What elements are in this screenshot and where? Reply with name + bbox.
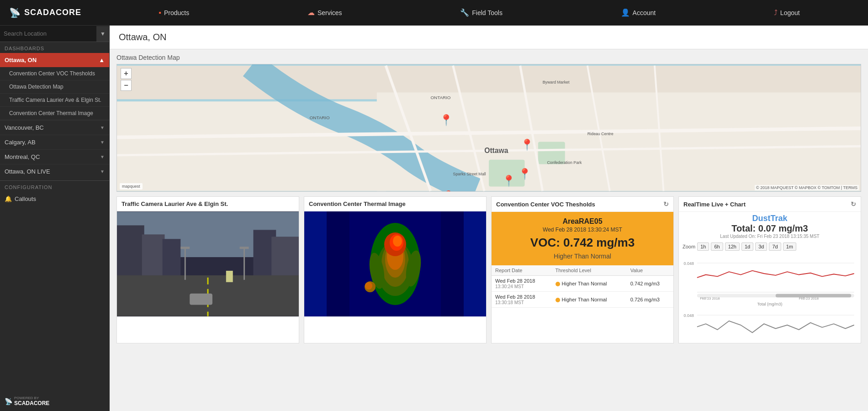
search-bar: ▼ bbox=[0, 26, 109, 42]
svg-text:Sparks Street Mall: Sparks Street Mall bbox=[453, 172, 486, 176]
app-body: ▼ DASHBOARDS Ottawa, ON ▲ Convention Cen… bbox=[0, 26, 868, 411]
voc-header-yellow: AreaRAE05 Wed Feb 28 2018 13:30:24 MST V… bbox=[492, 212, 673, 265]
map-title: Ottawa Detection Map bbox=[116, 54, 861, 61]
main-content: Ottawa, ON Ottawa Detection Map bbox=[110, 26, 868, 411]
config-label: CONFIGURATION bbox=[0, 180, 109, 192]
voc-col-value: Value bbox=[627, 265, 673, 276]
voc-row-date: Wed Feb 28 201813:30:18 MST bbox=[492, 292, 552, 308]
nav-logout-label: Logout bbox=[780, 9, 800, 16]
dashboards-label: DASHBOARDS bbox=[0, 42, 109, 53]
svg-text:ONTARIO: ONTARIO bbox=[310, 115, 330, 120]
nav-fieldtools[interactable]: 🔧 Field Tools bbox=[460, 8, 503, 17]
dusttrak-refresh-icon[interactable]: ↻ bbox=[851, 200, 856, 208]
zoom-1h[interactable]: 1h bbox=[697, 242, 709, 251]
brand-name: SCADACORE bbox=[24, 8, 81, 17]
voc-refresh-icon[interactable]: ↻ bbox=[663, 200, 669, 208]
voc-col-threshold: Threshold Level bbox=[552, 265, 627, 276]
voc-row-value: 0.742 mg/m3 bbox=[627, 276, 673, 292]
zoom-out-button[interactable]: − bbox=[121, 80, 132, 91]
search-dropdown-btn[interactable]: ▼ bbox=[96, 26, 109, 42]
dusttrak-header: DustTrak Total: 0.07 mg/m3 Last Updated … bbox=[679, 212, 861, 241]
nav-products[interactable]: ▪ Products bbox=[159, 8, 189, 17]
svg-rect-24 bbox=[163, 239, 181, 280]
dusttrak-zoom-controls: Zoom 1h 6h 12h 1d 3d 7d 1m bbox=[679, 241, 861, 253]
dusttrak-total: Total: 0.07 mg/m3 bbox=[681, 223, 859, 234]
voc-status: Higher Than Normal bbox=[495, 253, 670, 260]
zoom-6h[interactable]: 6h bbox=[711, 242, 723, 251]
panel-voc-title: Convention Center VOC Thesholds bbox=[496, 201, 595, 208]
sidebar-sub-traffic[interactable]: Traffic Camera Laurier Ave & Elgin St. bbox=[0, 94, 109, 107]
map-pin-red-1: 📍 bbox=[502, 174, 516, 187]
voc-row-threshold: Higher Than Normal bbox=[552, 292, 627, 308]
voc-row-date: Wed Feb 28 201813:30:24 MST bbox=[492, 276, 552, 292]
zoom-1d[interactable]: 1d bbox=[741, 242, 753, 251]
callouts-label: Callouts bbox=[15, 195, 36, 202]
panel-voc-header: Convention Center VOC Thesholds ↻ bbox=[492, 197, 673, 212]
svg-point-44 bbox=[393, 236, 402, 247]
map-logo: mapquest bbox=[120, 183, 143, 190]
powered-by-label: POWERED BY bbox=[14, 396, 49, 400]
voc-row-threshold: Higher Than Normal bbox=[552, 276, 627, 292]
dusttrak-chart-svg-2: 0.048 bbox=[683, 306, 857, 341]
search-input[interactable] bbox=[0, 26, 96, 42]
nav-services-label: Services bbox=[318, 9, 342, 16]
chevron-down-icon: ▼ bbox=[100, 125, 105, 130]
nav-account-label: Account bbox=[633, 9, 656, 16]
panel-dusttrak-title: RealTime Live + Chart bbox=[683, 201, 746, 208]
zoom-7d[interactable]: 7d bbox=[769, 242, 781, 251]
sidebar-sub-thermal[interactable]: Convention Center Thermal Image bbox=[0, 107, 109, 120]
svg-rect-23 bbox=[142, 234, 165, 280]
zoom-in-button[interactable]: + bbox=[121, 68, 132, 79]
map-container[interactable]: Ottawa ONTARIO ONTARIO Byward Market Spa… bbox=[116, 64, 861, 192]
panel-dusttrak-header: RealTime Live + Chart ↻ bbox=[679, 197, 861, 212]
sidebar-item-ottawa-live[interactable]: Ottawa, ON LIVE ▼ bbox=[0, 164, 109, 179]
nav-fieldtools-label: Field Tools bbox=[472, 9, 503, 16]
panel-traffic-cam: Traffic Camera Laurier Ave & Elgin St. bbox=[116, 196, 299, 343]
account-icon: 👤 bbox=[621, 8, 630, 17]
traffic-cam-image bbox=[117, 211, 299, 316]
svg-text:0.048: 0.048 bbox=[684, 261, 694, 266]
nav-account[interactable]: 👤 Account bbox=[621, 8, 656, 17]
table-row: Wed Feb 28 201813:30:24 MST Higher Than … bbox=[492, 276, 673, 292]
dusttrak-chart: 0.048 Feb-23 2018 13:12 Feb-23 2018 13:1… bbox=[679, 253, 861, 343]
nav-products-label: Products bbox=[164, 9, 189, 16]
nav-services[interactable]: ☁ Services bbox=[307, 8, 342, 17]
sidebar-item-montreal[interactable]: Montreal, QC ▼ bbox=[0, 149, 109, 164]
sidebar-item-calgary[interactable]: Calgary, AB ▼ bbox=[0, 135, 109, 149]
panel-dusttrak: RealTime Live + Chart ↻ DustTrak Total: … bbox=[678, 196, 861, 343]
sidebar-item-callouts[interactable]: 🔔 Callouts bbox=[0, 192, 109, 206]
map-pin-red-2: 📍 bbox=[442, 190, 455, 192]
svg-text:Ottawa: Ottawa bbox=[484, 147, 508, 154]
zoom-3d[interactable]: 3d bbox=[755, 242, 767, 251]
logo: 📡 SCADACORE bbox=[9, 7, 81, 18]
svg-rect-22 bbox=[117, 225, 144, 279]
wifi-icon-small: 📡 bbox=[5, 398, 12, 405]
map-attribution: © 2018 MAPQUEST © MAPBOX © TOMTOM | TERM… bbox=[755, 185, 859, 190]
zoom-12h[interactable]: 12h bbox=[725, 242, 740, 251]
voc-table: Report Date Threshold Level Value Wed Fe… bbox=[492, 265, 673, 308]
sidebar-item-ottawa-on[interactable]: Ottawa, ON ▲ bbox=[0, 53, 109, 67]
zoom-1m[interactable]: 1m bbox=[783, 242, 796, 251]
nav-logout[interactable]: ⤴ Logout bbox=[774, 8, 800, 17]
dusttrak-y-label: Total (mg/m3) bbox=[683, 302, 857, 306]
sidebar-sub-voc[interactable]: Convention Center VOC Thesholds bbox=[0, 67, 109, 80]
voc-col-date: Report Date bbox=[492, 265, 552, 276]
panel-thermal: Convention Center Thermal Image bbox=[304, 196, 487, 343]
map-pin-green-2: 📍 bbox=[518, 168, 532, 180]
sidebar-item-vancouver[interactable]: Vancouver, BC ▼ bbox=[0, 120, 109, 135]
svg-text:ONTARIO: ONTARIO bbox=[431, 95, 451, 100]
svg-rect-33 bbox=[190, 294, 212, 305]
wifi-icon: 📡 bbox=[9, 7, 21, 18]
panel-traffic-title: Traffic Camera Laurier Ave & Elgin St. bbox=[122, 200, 228, 207]
chevron-down-icon: ▼ bbox=[100, 140, 105, 145]
svg-rect-34 bbox=[226, 271, 233, 282]
sidebar-sub-detection[interactable]: Ottawa Detection Map bbox=[0, 80, 109, 94]
collapse-icon: ▲ bbox=[99, 57, 105, 63]
bottom-panels: Traffic Camera Laurier Ave & Elgin St. bbox=[110, 196, 868, 348]
voc-row-value: 0.726 mg/m3 bbox=[627, 292, 673, 308]
panel-thermal-header: Convention Center Thermal Image bbox=[304, 197, 486, 211]
map-pin-green-3: 📍 bbox=[520, 138, 534, 151]
svg-rect-26 bbox=[271, 237, 299, 280]
map-svg: Ottawa ONTARIO ONTARIO Byward Market Spa… bbox=[117, 64, 861, 192]
voc-datetime: Wed Feb 28 2018 13:30:24 MST bbox=[495, 227, 670, 233]
